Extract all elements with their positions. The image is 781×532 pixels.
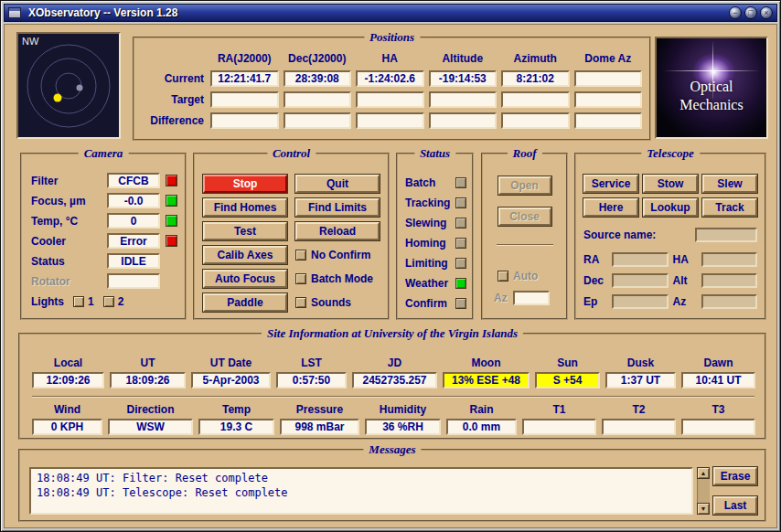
current-dec-field: 28:39:08 <box>284 70 352 87</box>
target-dome-az-field[interactable] <box>574 91 643 108</box>
humidity-column: Humidity 36 %RH <box>365 403 441 435</box>
service-button[interactable]: Service <box>583 175 638 193</box>
roof-close-button[interactable]: Close <box>498 207 551 226</box>
row-label-difference: Difference <box>142 114 206 127</box>
slew-button[interactable]: Slew <box>702 175 757 193</box>
sky-view[interactable]: NW <box>16 32 121 139</box>
sounds-checkbox[interactable] <box>295 297 306 308</box>
titlebar[interactable]: XObservatory -- Version 1.28 − □ × <box>4 4 777 22</box>
source-name-field[interactable] <box>695 228 757 242</box>
lights-row: Lights 1 2 <box>31 293 177 309</box>
direction-header: Direction <box>108 403 193 416</box>
messages-scrollbar[interactable]: ▲ ▼ <box>697 467 710 515</box>
stop-button[interactable]: Stop <box>203 175 287 193</box>
site-temp-header: Temp <box>198 403 274 416</box>
maximize-button[interactable]: □ <box>744 6 757 19</box>
ep-field[interactable] <box>612 294 669 309</box>
roof-auto-checkbox[interactable] <box>497 271 508 282</box>
reload-button[interactable]: Reload <box>295 222 380 240</box>
tracking-status-label: Tracking <box>405 197 450 209</box>
ut-date-field: 5-Apr-2003 <box>191 372 271 388</box>
ut-column: UT 18:09:26 <box>110 356 186 388</box>
ut-header: UT <box>110 356 186 369</box>
light-1-label: 1 <box>88 295 94 308</box>
calib-axes-button[interactable]: Calib Axes <box>203 246 287 264</box>
local-header: Local <box>32 356 104 369</box>
no-confirm-checkbox[interactable] <box>295 250 306 261</box>
column-header-dec: Dec(J2000) <box>284 52 352 65</box>
dawn-column: Dawn 10:41 UT <box>681 356 755 388</box>
last-button[interactable]: Last <box>713 496 757 515</box>
target-altitude-field[interactable] <box>429 91 497 108</box>
column-header-dome-az: Dome Az <box>574 52 643 65</box>
quit-button[interactable]: Quit <box>295 175 380 193</box>
light-1-checkbox[interactable] <box>73 296 84 307</box>
logo-line-2: Mechanics <box>657 96 766 114</box>
find-limits-button[interactable]: Find Limits <box>295 198 380 217</box>
humidity-header: Humidity <box>365 403 441 416</box>
target-ha-field[interactable] <box>356 91 424 108</box>
close-button[interactable]: × <box>760 6 773 19</box>
here-button[interactable]: Here <box>583 198 638 217</box>
sounds-option: Sounds <box>295 293 380 312</box>
t3-field <box>681 419 755 435</box>
slewing-status-label: Slewing <box>405 217 446 229</box>
target-ra-field[interactable] <box>210 91 279 108</box>
rain-column: Rain 0.0 mm <box>446 403 517 435</box>
no-confirm-option: No Confirm <box>295 246 380 264</box>
minimize-button[interactable]: − <box>729 6 742 19</box>
temp-label: Temp, °C <box>31 215 78 228</box>
scroll-up-button[interactable]: ▲ <box>697 467 710 479</box>
rain-header: Rain <box>446 403 517 416</box>
target-dec-field[interactable] <box>284 91 352 108</box>
window-icon[interactable] <box>8 7 21 18</box>
dec-field[interactable] <box>612 273 669 288</box>
roof-az-label: Az <box>494 292 508 304</box>
batch-status-label: Batch <box>405 176 435 189</box>
status-group-title: Status <box>414 146 455 161</box>
humidity-field: 36 %RH <box>365 419 441 435</box>
slewing-status-row: Slewing <box>405 215 466 230</box>
dawn-field: 10:41 UT <box>681 372 755 388</box>
temp-field[interactable]: 0 <box>107 213 160 229</box>
focus-field[interactable]: -0.0 <box>107 193 160 208</box>
auto-focus-button[interactable]: Auto Focus <box>203 270 287 288</box>
test-button[interactable]: Test <box>203 222 287 240</box>
batch-status-row: Batch <box>405 175 466 190</box>
close-icon: × <box>764 9 768 17</box>
lst-field: 0:57:50 <box>276 372 347 388</box>
window-title: XObservatory -- Version 1.28 <box>28 6 177 19</box>
roof-open-button[interactable]: Open <box>498 176 551 195</box>
target-azimuth-field[interactable] <box>501 91 570 108</box>
source-name-label: Source name: <box>583 229 656 241</box>
ep-label: Ep <box>583 295 607 308</box>
track-button[interactable]: Track <box>702 198 757 217</box>
alt-field[interactable] <box>701 273 758 288</box>
ha-field[interactable] <box>701 252 758 267</box>
ra-label: RA <box>583 253 607 266</box>
difference-ha-field <box>356 112 424 129</box>
homing-status-row: Homing <box>405 235 466 250</box>
ut-field: 18:09:26 <box>110 372 186 388</box>
site-temp-field: 19.3 C <box>198 419 274 435</box>
messages-textarea[interactable]: 18:08:49 UT: Filter: Reset complete 18:0… <box>29 467 693 515</box>
ra-field[interactable] <box>612 252 669 267</box>
az-field[interactable] <box>701 294 758 309</box>
control-group-title: Control <box>267 146 316 161</box>
roof-az-field[interactable] <box>513 291 550 305</box>
filter-field[interactable]: CFCB <box>107 173 160 188</box>
no-confirm-label: No Confirm <box>311 249 370 261</box>
erase-button[interactable]: Erase <box>713 467 757 485</box>
light-2-checkbox[interactable] <box>103 296 114 307</box>
control-group: Control Stop Quit Find Homes Find Limits… <box>193 153 390 320</box>
lookup-button[interactable]: Lookup <box>643 198 698 217</box>
batch-mode-checkbox[interactable] <box>295 273 306 284</box>
positions-group: Positions RA(J2000) Dec(J2000) HA Altitu… <box>133 37 651 141</box>
find-homes-button[interactable]: Find Homes <box>203 198 287 217</box>
pressure-header: Pressure <box>280 403 359 416</box>
roof-group: Roof Open Close Auto Az <box>481 153 568 320</box>
paddle-button[interactable]: Paddle <box>203 293 287 312</box>
stow-button[interactable]: Stow <box>643 175 698 193</box>
scroll-down-button[interactable]: ▼ <box>697 503 710 515</box>
difference-dome-az-field <box>574 112 643 129</box>
